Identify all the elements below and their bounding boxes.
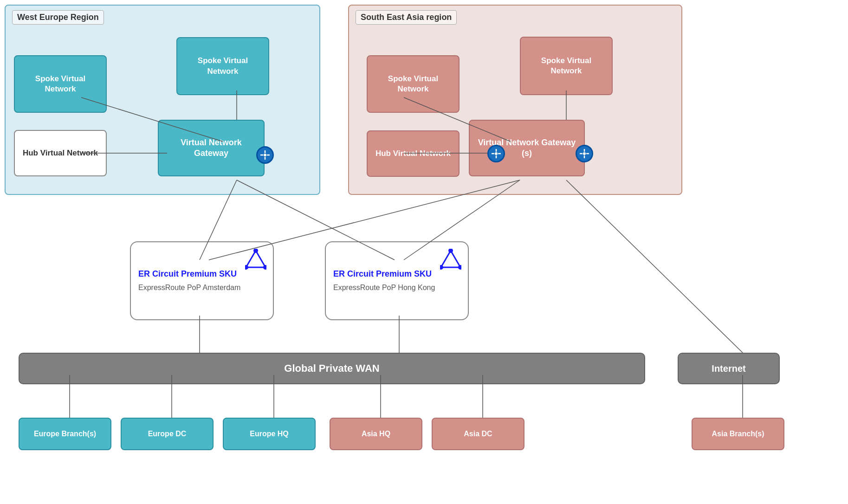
asia-dc-node: Asia DC	[432, 418, 524, 450]
asia-hq-node: Asia HQ	[330, 418, 422, 450]
diagram-container: West Europe Region South East Asia regio…	[0, 0, 848, 504]
svg-marker-38	[441, 251, 460, 267]
er-amsterdam-title: ER Circuit Premium SKU	[138, 269, 237, 279]
er-amsterdam-box: ER Circuit Premium SKU ExpressRoute PoP …	[130, 241, 274, 320]
europe-dc-node: Europe DC	[121, 418, 214, 450]
asia-branch-node: Asia Branch(s)	[692, 418, 784, 450]
er-hongkong-triangle-icon	[440, 249, 461, 272]
internet-node: Internet	[678, 353, 780, 384]
west-spoke1-node: Spoke Virtual Network	[14, 55, 107, 113]
europe-branch-node: Europe Branch(s)	[19, 418, 111, 450]
svg-point-29	[583, 152, 586, 155]
sea-hub-node: Hub Virtual Network	[367, 130, 460, 177]
svg-point-19	[264, 154, 266, 156]
svg-point-36	[263, 265, 266, 270]
svg-point-40	[458, 265, 461, 270]
sea-label: South East Asia region	[356, 10, 457, 25]
sea-gateway-icon2	[576, 145, 593, 162]
west-gateway-node: Virtual Network Gateway	[158, 120, 265, 176]
er-hongkong-title: ER Circuit Premium SKU	[333, 269, 432, 279]
sea-gateway-icon1	[487, 145, 505, 162]
er-amsterdam-subtitle: ExpressRoute PoP Amsterdam	[138, 283, 240, 293]
global-wan-node: Global Private WAN	[19, 353, 645, 384]
svg-line-12	[566, 180, 743, 353]
west-spoke2-node: Spoke Virtual Network	[176, 37, 269, 95]
europe-hq-node: Europe HQ	[223, 418, 316, 450]
sea-spoke1-node: Spoke Virtual Network	[367, 55, 460, 113]
er-amsterdam-triangle-icon	[245, 249, 266, 272]
west-hub-node: Hub Virtual Network	[14, 130, 107, 176]
west-gateway-icon	[256, 146, 274, 164]
er-hongkong-box: ER Circuit Premium SKU ExpressRoute PoP …	[325, 241, 469, 320]
svg-point-37	[245, 265, 248, 270]
west-europe-label: West Europe Region	[12, 10, 104, 25]
sea-spoke2-node: Spoke Virtual Network	[520, 37, 613, 95]
svg-point-24	[495, 152, 498, 155]
sea-gateway-node: Virtual Network Gateway (s)	[469, 120, 585, 176]
er-hongkong-subtitle: ExpressRoute PoP Hong Kong	[333, 283, 435, 293]
svg-point-41	[440, 265, 443, 270]
svg-marker-34	[246, 251, 265, 267]
